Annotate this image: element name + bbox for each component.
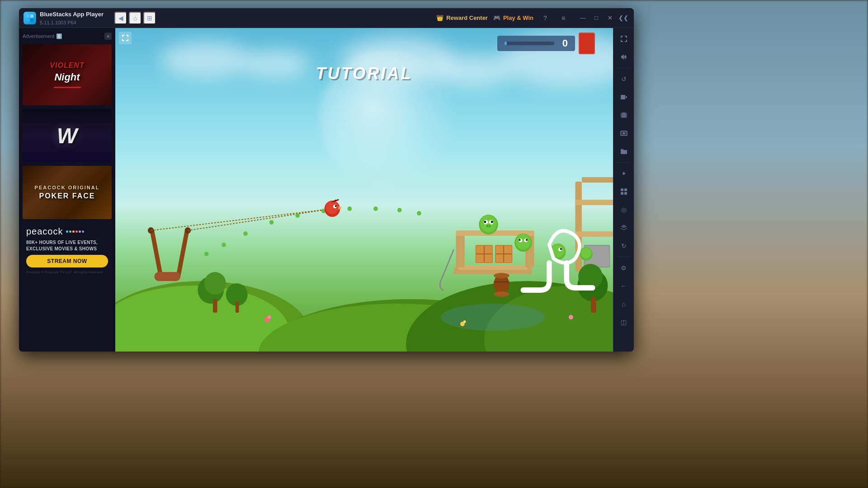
cloud-2 [242, 51, 310, 78]
violent-text: VIOLENT [50, 61, 84, 70]
layers-button[interactable] [616, 220, 632, 236]
window-controls: — □ ✕ ❮❮ [577, 12, 629, 24]
dot-teal [82, 230, 84, 233]
reward-crown-icon: 👑 [436, 14, 443, 21]
help-button[interactable]: ? [539, 12, 552, 24]
svg-rect-2 [26, 19, 29, 22]
screenshot-button[interactable] [616, 125, 632, 141]
svg-rect-1 [30, 14, 33, 18]
poker-face-title: POKER FACE [39, 192, 95, 200]
ad-banner-poker-face[interactable]: PEACOCK ORIGINAL POKER FACE [23, 166, 112, 219]
night-text: Night [54, 71, 80, 83]
minimize-button[interactable]: — [577, 12, 589, 24]
dot-purple [79, 230, 81, 233]
peacock-logo-area: peacock [26, 226, 108, 237]
tutorial-text: TUTORIAL [316, 64, 412, 83]
peacock-section: peacock 80K+ HOURS OF LIVE EVENTS, EXCLU… [23, 223, 112, 278]
play-win-label: Play & Win [503, 14, 533, 21]
left-sidebar: Advertisement ℹ️ ✕ VIOLENT Night W [19, 28, 115, 352]
reward-center-button[interactable]: 👑 Reward Center [436, 14, 488, 21]
ad-banner-wwe[interactable]: W [23, 109, 112, 162]
rotate-button[interactable]: ↺ [616, 71, 632, 87]
svg-rect-5 [505, 42, 507, 45]
maximize-button[interactable]: □ [590, 12, 602, 24]
home-button[interactable]: ⌂ [129, 12, 142, 24]
ad-close-button[interactable]: ✕ [104, 33, 112, 40]
peacock-tagline: 80K+ HOURS OF LIVE EVENTS, EXCLUSIVE MOV… [26, 239, 108, 252]
titlebar: BlueStacks App Player 5.11.1.1003 P64 ◀ … [19, 8, 634, 28]
sidebar-divider-3 [618, 257, 630, 257]
score-value: 0 [562, 38, 568, 49]
red-card [579, 33, 595, 54]
app-name-text: BlueStacks App Player [40, 11, 104, 18]
record-button[interactable] [616, 89, 632, 105]
home-nav-button[interactable]: ⌂ [616, 296, 632, 312]
app-name: BlueStacks App Player 5.11.1.1003 P64 [40, 10, 104, 26]
svg-marker-106 [626, 96, 627, 99]
svg-point-108 [623, 132, 625, 135]
cloud-1 [160, 42, 251, 78]
close-button[interactable]: ✕ [604, 12, 616, 24]
svg-rect-0 [26, 14, 29, 18]
right-sidebar: ↺ [613, 28, 634, 352]
folder-button[interactable] [616, 143, 632, 160]
wwe-logo: W [57, 123, 77, 148]
recent-apps-button[interactable]: ◫ [616, 314, 632, 330]
app-version-text: 5.11.1.1003 P64 [40, 20, 76, 25]
sidebar-divider-2 [618, 162, 630, 163]
fullscreen-button[interactable] [616, 31, 632, 47]
svg-rect-4 [505, 42, 554, 45]
menu-button[interactable]: ≡ [557, 12, 570, 24]
main-content: Advertisement ℹ️ ✕ VIOLENT Night W [19, 28, 634, 352]
gps-button[interactable]: ◎ [616, 202, 632, 218]
dot-red [75, 230, 78, 233]
svg-rect-110 [624, 188, 627, 191]
volume-button[interactable] [616, 49, 632, 65]
score-meter [505, 39, 559, 48]
ad-banner-violent-night[interactable]: VIOLENT Night [23, 44, 112, 105]
camera-button[interactable] [616, 107, 632, 123]
ad-label: Advertisement ℹ️ ✕ [23, 32, 112, 41]
multi-button[interactable]: ✦ [616, 165, 632, 182]
peacock-dots [66, 230, 84, 233]
play-win-button[interactable]: 🎮 Play & Win [493, 14, 533, 21]
titlebar-right: 👑 Reward Center 🎮 Play & Win ? ≡ [436, 12, 570, 24]
collapse-button[interactable]: ❮❮ [618, 12, 629, 24]
sidebar-divider-1 [618, 68, 630, 68]
refresh-button[interactable]: ↻ [616, 238, 632, 254]
settings-button[interactable]: ⚙ [616, 260, 632, 276]
svg-rect-105 [621, 95, 625, 99]
tabs-button[interactable]: ⊞ [143, 12, 156, 24]
dot-orange [72, 230, 75, 233]
score-area: 0 [497, 33, 595, 54]
advertisement-text: Advertisement [23, 33, 54, 39]
svg-rect-3 [30, 19, 33, 22]
svg-rect-111 [621, 192, 623, 195]
macro-button[interactable] [616, 183, 632, 200]
svg-rect-109 [621, 188, 623, 191]
back-nav-button[interactable]: ← [616, 278, 632, 294]
svg-rect-112 [624, 192, 627, 195]
info-icon: ℹ️ [56, 33, 62, 39]
poker-face-label: PEACOCK ORIGINAL [35, 185, 100, 190]
stream-now-button[interactable]: STREAM NOW [26, 255, 108, 267]
back-button[interactable]: ◀ [114, 12, 127, 24]
peacock-logo-text: peacock [26, 226, 63, 237]
game-area[interactable]: TUTORIAL 0 [115, 28, 613, 352]
nav-buttons: ◀ ⌂ ⊞ [114, 12, 156, 24]
bluestacks-window: BlueStacks App Player 5.11.1.1003 P64 ◀ … [19, 8, 634, 352]
reward-center-label: Reward Center [446, 14, 488, 21]
score-bar: 0 [497, 36, 575, 51]
dot-green [69, 230, 71, 233]
expand-button[interactable] [119, 32, 132, 44]
peacock-fine-print: Peacock © Peacock TV LLC. All rights res… [26, 270, 108, 275]
play-win-icon: 🎮 [493, 14, 500, 21]
app-logo [24, 12, 36, 24]
dot-blue [66, 230, 68, 233]
